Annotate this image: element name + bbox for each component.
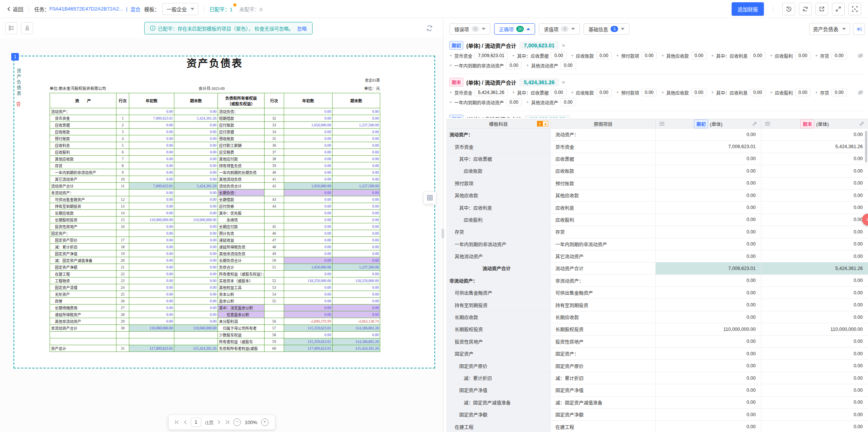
table-row[interactable]: 非流动资产：非流动资产：0.000.00	[446, 275, 868, 287]
end-value-cell[interactable]: 0.00	[761, 372, 868, 384]
list-icon[interactable]	[659, 122, 664, 126]
sheet-tab-vertical[interactable]: 资产负债表	[15, 67, 22, 98]
begin-value-cell[interactable]: 7,009,623.01	[656, 141, 761, 152]
end-value-cell[interactable]: 0.00	[761, 177, 868, 189]
end-value-cell[interactable]: 0.00	[761, 238, 868, 250]
export-button[interactable]	[815, 3, 828, 15]
end-value-cell[interactable]: 5,424,361.26	[761, 141, 868, 152]
end-value-cell[interactable]: 0.00	[761, 165, 868, 177]
tab-basic-info[interactable]: 基础信息5	[584, 23, 629, 35]
table-row[interactable]: 货币资金货币资金7,009,623.015,424,361.26	[446, 141, 868, 153]
delete-sheet-button[interactable]	[16, 101, 21, 107]
end-value-cell[interactable]: 0.00	[761, 214, 868, 226]
begin-value-cell[interactable]: 0.00	[656, 299, 761, 311]
template-select[interactable]: 一般企业	[162, 3, 198, 15]
ocr-recognize-button[interactable]: A	[848, 3, 861, 15]
begin-value-cell[interactable]: 0.00	[656, 250, 761, 262]
begin-value-cell[interactable]: 0.00	[656, 409, 761, 420]
begin-value-cell[interactable]: 0.00	[656, 226, 761, 238]
table-row[interactable]: 其中：应收利息应收利息0.000.00	[446, 202, 868, 214]
end-value-cell[interactable]: 0.00	[761, 226, 868, 238]
zoom-out-button[interactable]: −	[233, 418, 241, 426]
formula-total-value[interactable]: 5,424,361.26	[519, 78, 559, 86]
edit-icon[interactable]	[752, 121, 757, 126]
begin-value-cell[interactable]: 0.00	[656, 177, 761, 189]
table-row[interactable]: 其他应收款其他应收款0.000.00	[446, 189, 868, 202]
table-row[interactable]: 长期股权投资长期股权投资110,000,000.00110,000,000.00	[446, 323, 868, 335]
end-value-cell[interactable]: 0.00	[761, 250, 868, 262]
scrollbar-thumb[interactable]	[865, 131, 867, 162]
tab-eval-items[interactable]: 求值项0	[539, 23, 580, 35]
append-report-button[interactable]: 追加财报	[732, 2, 764, 16]
panel-resize-handle[interactable]	[442, 229, 444, 238]
table-row[interactable]: 固定资产净额固定资产净额0.000.00	[446, 409, 868, 421]
table-row[interactable]: 持有至到期投资持有至到期投资0.000.00	[446, 299, 868, 311]
begin-value-cell[interactable]: 0.00	[656, 214, 761, 226]
end-value-cell[interactable]: 0.00	[761, 153, 868, 165]
end-value-cell[interactable]: 0.00	[761, 421, 868, 432]
end-value-cell[interactable]: 0.00	[761, 348, 868, 359]
begin-value-cell[interactable]: 0.00	[656, 421, 761, 432]
stamp-tool-button[interactable]	[21, 22, 33, 34]
table-row[interactable]: 固定资产原价固定资产原价0.000.00	[446, 360, 868, 372]
end-value-cell[interactable]: 0.00	[761, 397, 868, 408]
table-row[interactable]: 可供出售金融资产可供出售金融资产0.000.00	[446, 287, 868, 299]
back-button[interactable]: 返回	[7, 5, 23, 13]
begin-value-cell[interactable]: 0.00	[656, 129, 761, 140]
end-value-cell[interactable]: 0.00	[761, 287, 868, 299]
edit-icon[interactable]	[859, 121, 864, 126]
page-number-input[interactable]: 1	[191, 418, 201, 427]
begin-value-cell[interactable]: 0.00	[656, 165, 761, 177]
end-value-cell[interactable]: 0.00	[761, 409, 868, 420]
next-page-button[interactable]	[217, 420, 221, 424]
first-page-button[interactable]	[174, 420, 180, 424]
table-row[interactable]: 减：固定资产减值准备减：固定资产减值准备0.000.00	[446, 397, 868, 409]
table-grid-button[interactable]	[423, 191, 436, 204]
sheet-settings-button[interactable]	[853, 23, 865, 35]
tab-error-items[interactable]: 错误项0	[449, 23, 490, 35]
table-row[interactable]: 流动资产：流动资产：0.000.00	[446, 129, 868, 141]
end-value-cell[interactable]: 0.00	[761, 275, 868, 286]
table-row[interactable]: 其他流动资产其它流动资产0.000.00	[446, 250, 868, 262]
begin-value-cell[interactable]: 0.00	[656, 153, 761, 165]
end-value-cell[interactable]: 0.00	[761, 299, 868, 311]
end-value-cell[interactable]: 0.00	[761, 311, 868, 323]
table-row[interactable]: 存货存货0.000.00	[446, 226, 868, 238]
fullscreen-button[interactable]	[832, 3, 845, 15]
table-row[interactable]: 一年内到期的非流动资产一年内到期的非流动资产0.000.00	[446, 238, 868, 250]
table-row[interactable]: 流动资产合计流动资产合计7,009,623.015,424,361.26	[446, 262, 868, 274]
thumbnail-toggle-button[interactable]	[5, 22, 17, 34]
toggle-visibility-button[interactable]	[857, 53, 863, 58]
end-value-cell[interactable]: 0.00	[761, 189, 868, 201]
formula-total-value[interactable]: 7,009,623.01	[519, 41, 559, 50]
end-value-cell[interactable]: 5,424,361.26	[761, 262, 868, 274]
end-value-cell[interactable]: 0.00	[761, 384, 868, 396]
table-row[interactable]: 长期应收款长期应收款0.000.00	[446, 311, 868, 323]
table-row[interactable]: 在建工程在建工程0.000.00	[446, 421, 868, 432]
refresh-button[interactable]	[799, 3, 812, 15]
table-row[interactable]: 投资性房地产投资性房地产0.000.00	[446, 336, 868, 348]
last-page-button[interactable]	[224, 420, 230, 424]
begin-value-cell[interactable]: 0.00	[656, 238, 761, 250]
ignore-link[interactable]: 忽略	[297, 24, 307, 32]
tab-correct-items[interactable]: 正确项20	[494, 23, 535, 35]
zoom-in-button[interactable]: +	[261, 418, 269, 426]
table-row[interactable]: 应收账款应收账款0.000.00	[446, 165, 868, 177]
begin-value-cell[interactable]: 0.00	[656, 311, 761, 323]
end-value-cell[interactable]: 0.00	[761, 202, 868, 213]
table-row[interactable]: 其中：应收票据应收票据0.000.00	[446, 153, 868, 165]
table-row[interactable]: 固定资产固定资产：0.000.00	[446, 348, 868, 360]
begin-value-cell[interactable]: 0.00	[656, 397, 761, 408]
table-row[interactable]: 应收股利应收股利0.000.00	[446, 214, 868, 226]
begin-value-cell[interactable]: 110,000,000.00	[656, 323, 761, 335]
prev-page-button[interactable]	[183, 420, 187, 424]
begin-value-cell[interactable]: 0.00	[656, 372, 761, 384]
begin-value-cell[interactable]: 0.00	[656, 384, 761, 396]
end-value-cell[interactable]: 0.00	[761, 336, 868, 347]
history-button[interactable]	[782, 3, 795, 15]
end-value-cell[interactable]: 110,000,000.00	[761, 323, 868, 335]
unmatched-count-badge[interactable]: ! 4	[537, 121, 548, 127]
end-value-cell[interactable]: 0.00	[761, 360, 868, 371]
sheet-select[interactable]: 资产负债表	[809, 23, 850, 35]
table-row[interactable]: 预付款项预付账款0.000.00	[446, 177, 868, 189]
